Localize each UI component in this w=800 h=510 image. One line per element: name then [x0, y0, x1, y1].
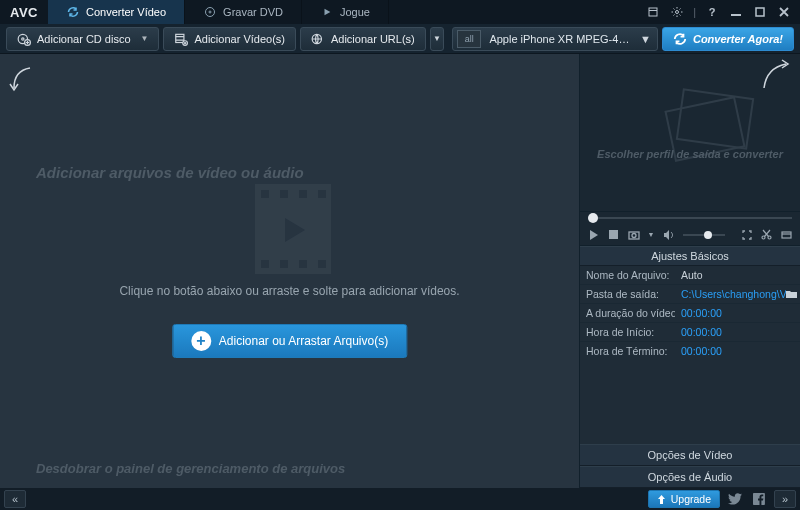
maximize-button[interactable] — [752, 4, 768, 20]
menu-icon[interactable] — [645, 4, 661, 20]
chevron-down-icon[interactable]: ▼ — [648, 231, 655, 238]
seek-thumb[interactable] — [588, 213, 598, 223]
setting-value[interactable]: 00:00:00 — [675, 345, 800, 355]
refresh-icon — [673, 32, 687, 46]
fullscreen-button[interactable] — [741, 230, 753, 240]
video-options-button[interactable]: Opções de Vídeo — [580, 444, 800, 466]
disc-add-icon — [17, 32, 31, 46]
button-label: Converter Agora! — [693, 33, 783, 45]
button-label: Adicionar URL(s) — [331, 33, 415, 45]
collapse-left-button[interactable]: « — [4, 490, 26, 508]
separator: | — [693, 6, 696, 18]
svg-rect-2 — [649, 8, 657, 16]
volume-thumb[interactable] — [704, 231, 712, 239]
svg-rect-14 — [609, 230, 618, 239]
convert-now-button[interactable]: Converter Agora! — [662, 27, 794, 51]
svg-rect-13 — [677, 89, 753, 148]
audio-options-button[interactable]: Opções de Áudio — [580, 466, 800, 488]
plus-circle-icon: + — [191, 331, 211, 351]
expand-right-button[interactable]: » — [774, 490, 796, 508]
svg-rect-4 — [731, 14, 741, 16]
folder-open-icon[interactable] — [786, 290, 800, 299]
svg-point-1 — [209, 11, 211, 13]
setting-row-start: Hora de Início: 00:00:00 — [580, 323, 800, 342]
setting-label: A duração do vídeo — [580, 307, 675, 319]
status-bar: « Upgrade » — [0, 488, 800, 510]
play-button[interactable] — [588, 230, 600, 240]
add-urls-dropdown[interactable]: ▼ — [430, 27, 445, 51]
app-brand: AVC — [0, 5, 48, 20]
hint-choose-profile: Escolher perfil de saída e converter — [590, 148, 790, 160]
setting-row-filename: Nome do Arquivo: Auto — [580, 266, 800, 285]
add-or-drag-files-button[interactable]: + Adicionar ou Arrastar Arquivo(s) — [172, 324, 407, 358]
setting-value[interactable]: Auto — [675, 269, 800, 281]
refresh-icon — [66, 5, 80, 19]
drop-instruction: Clique no botão abaixo ou arraste e solt… — [0, 284, 579, 298]
chevron-down-icon: ▼ — [141, 34, 149, 43]
setting-value[interactable]: C:\Users\changhong\Vi... — [675, 288, 786, 300]
volume-button[interactable] — [663, 230, 675, 240]
setting-row-outdir: Pasta de saída: C:\Users\changhong\Vi... — [580, 285, 800, 304]
curve-arrow-icon — [8, 64, 36, 92]
cut-button[interactable] — [760, 229, 772, 240]
setting-label: Nome do Arquivo: — [580, 269, 675, 281]
chevron-down-icon: ▼ — [640, 33, 651, 45]
minimize-button[interactable] — [728, 4, 744, 20]
button-label: Adicionar CD disco — [37, 33, 131, 45]
snapshot-button[interactable] — [628, 230, 640, 240]
profile-thumbnail-icon: all — [457, 30, 481, 48]
film-add-icon — [174, 32, 188, 46]
tab-convert-video[interactable]: Converter Vídeo — [48, 0, 185, 24]
tab-label: Jogue — [340, 6, 370, 18]
hint-add-files: Adicionar arquivos de vídeo ou áudio — [36, 164, 304, 181]
setting-row-end: Hora de Término: 00:00:00 — [580, 342, 800, 355]
setting-value[interactable]: 00:00:00 — [675, 326, 800, 338]
edit-button[interactable] — [780, 229, 792, 240]
preview-area: Escolher perfil de saída e converter — [580, 54, 800, 212]
setting-value: 00:00:00 — [675, 307, 800, 319]
add-urls-button[interactable]: Adicionar URL(s) — [300, 27, 426, 51]
volume-slider[interactable] — [683, 234, 725, 236]
add-disc-button[interactable]: Adicionar CD disco ▼ — [6, 27, 159, 51]
stop-button[interactable] — [608, 230, 620, 239]
tab-label: Converter Vídeo — [86, 6, 166, 18]
button-label: Adicionar ou Arrastar Arquivo(s) — [219, 334, 388, 348]
tab-label: Gravar DVD — [223, 6, 283, 18]
setting-row-duration: A duração do vídeo 00:00:00 — [580, 304, 800, 323]
gear-icon[interactable] — [669, 4, 685, 20]
profile-selected-label: Apple iPhone XR MPEG-4 Movie (*.m... — [489, 33, 632, 45]
upload-icon — [657, 495, 666, 504]
svg-point-3 — [676, 11, 679, 14]
svg-rect-9 — [176, 34, 184, 42]
facebook-icon[interactable] — [750, 490, 768, 508]
hint-unfold-panel: Desdobrar o painel de gerenciamento de a… — [36, 461, 345, 476]
tab-burn-dvd[interactable]: Gravar DVD — [185, 0, 302, 24]
curve-arrow-icon — [758, 58, 792, 92]
seek-bar[interactable] — [580, 212, 800, 224]
window-controls: | ? — [645, 4, 800, 20]
output-profile-selector[interactable]: all Apple iPhone XR MPEG-4 Movie (*.m...… — [452, 27, 658, 51]
tab-play[interactable]: Jogue — [302, 0, 389, 24]
tab-strip: Converter Vídeo Gravar DVD Jogue — [48, 0, 389, 24]
right-panel: Escolher perfil de saída e converter ▼ A… — [580, 54, 800, 488]
basic-settings: Nome do Arquivo: Auto Pasta de saída: C:… — [580, 266, 800, 355]
close-button[interactable] — [776, 4, 792, 20]
chevron-down-icon: ▼ — [433, 34, 441, 43]
setting-label: Hora de Término: — [580, 345, 675, 355]
svg-point-7 — [22, 37, 24, 39]
main-area: Adicionar arquivos de vídeo ou áudio Cli… — [0, 54, 800, 488]
svg-rect-5 — [756, 8, 764, 16]
action-bar: Adicionar CD disco ▼ Adicionar Vídeo(s) … — [0, 24, 800, 54]
disc-icon — [203, 5, 217, 19]
settings-header: Ajustes Básicos — [580, 246, 800, 266]
upgrade-button[interactable]: Upgrade — [648, 490, 720, 508]
drop-zone[interactable]: Adicionar arquivos de vídeo ou áudio Cli… — [0, 54, 580, 488]
help-icon[interactable]: ? — [704, 4, 720, 20]
button-label: Adicionar Vídeo(s) — [194, 33, 285, 45]
add-videos-button[interactable]: Adicionar Vídeo(s) — [163, 27, 296, 51]
setting-label: Pasta de saída: — [580, 288, 675, 300]
twitter-icon[interactable] — [726, 490, 744, 508]
setting-label: Hora de Início: — [580, 326, 675, 338]
play-icon — [320, 5, 334, 19]
globe-add-icon — [311, 32, 325, 46]
